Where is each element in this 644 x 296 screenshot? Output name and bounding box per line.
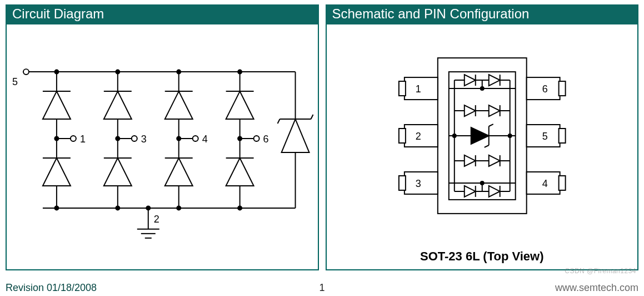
svg-marker-16 xyxy=(104,91,132,119)
pin-label-io-1: 1 xyxy=(80,134,86,145)
pin-label-ground: 2 xyxy=(154,214,159,225)
svg-point-58 xyxy=(146,206,150,210)
svg-point-48 xyxy=(238,70,242,74)
diode-ladder-1: 1 xyxy=(43,70,86,210)
svg-text:6: 6 xyxy=(542,83,547,95)
svg-rect-67 xyxy=(398,176,405,190)
svg-rect-61 xyxy=(398,81,405,96)
package-caption: SOT-23 6L (Top View) xyxy=(327,249,638,264)
svg-point-31 xyxy=(193,136,198,141)
svg-marker-40 xyxy=(226,91,254,119)
svg-marker-21 xyxy=(104,158,132,186)
footer-url: www.semtech.com xyxy=(555,282,638,294)
pin-config-title: Schematic and PIN Configuration xyxy=(326,4,639,24)
footer-page-number: 1 xyxy=(319,282,325,294)
circuit-diagram-title: Circuit Diagram xyxy=(6,4,319,24)
pin-label-5: 5 xyxy=(12,76,18,87)
svg-point-2 xyxy=(23,69,29,75)
svg-point-36 xyxy=(177,70,181,74)
svg-marker-45 xyxy=(226,158,254,186)
svg-rect-70 xyxy=(558,81,565,96)
pin-config-body: 1 2 3 6 xyxy=(326,24,639,270)
svg-point-43 xyxy=(254,136,259,141)
pin-label-io-4: 6 xyxy=(263,134,269,145)
svg-marker-33 xyxy=(165,158,193,186)
svg-point-13 xyxy=(54,206,58,210)
svg-marker-4 xyxy=(43,91,71,119)
svg-point-37 xyxy=(177,206,181,210)
package-pin-5: 5 xyxy=(526,125,565,147)
ground-symbol: 2 xyxy=(137,206,159,238)
svg-marker-28 xyxy=(165,91,193,119)
package-pin-4: 4 xyxy=(526,172,565,194)
pin-label-io-3: 4 xyxy=(202,134,208,145)
svg-point-14 xyxy=(54,137,58,141)
package-pin-2: 2 xyxy=(398,125,437,147)
diode-ladder-4: 6 xyxy=(226,70,269,210)
svg-text:1: 1 xyxy=(415,83,421,95)
svg-marker-9 xyxy=(43,158,71,186)
pin-config-panel: Schematic and PIN Configuration 1 2 xyxy=(326,4,639,270)
svg-point-38 xyxy=(177,137,181,141)
package-pin-1: 1 xyxy=(398,77,437,100)
svg-point-19 xyxy=(132,136,137,141)
tvs-zener-diode xyxy=(278,72,313,208)
circuit-diagram-body: 5 1 xyxy=(6,24,319,270)
diode-ladder-2: 3 xyxy=(104,70,147,210)
svg-point-24 xyxy=(116,70,119,74)
package-pin-3: 3 xyxy=(398,172,437,194)
watermark-text: CSDN @Fireman1234 xyxy=(565,267,636,275)
svg-text:5: 5 xyxy=(542,131,547,142)
svg-point-26 xyxy=(116,137,119,141)
svg-point-50 xyxy=(238,137,242,141)
svg-text:4: 4 xyxy=(542,178,547,189)
svg-point-49 xyxy=(238,206,242,210)
svg-point-25 xyxy=(116,206,119,210)
svg-marker-52 xyxy=(282,119,309,152)
circuit-diagram-svg: 5 1 xyxy=(7,24,318,269)
pin-config-svg: 1 2 3 6 xyxy=(327,24,638,247)
svg-point-7 xyxy=(71,136,76,141)
pin-label-io-2: 3 xyxy=(141,134,147,145)
svg-rect-73 xyxy=(558,129,565,143)
svg-rect-76 xyxy=(558,176,565,190)
circuit-diagram-panel: Circuit Diagram 5 xyxy=(6,4,319,270)
svg-text:2: 2 xyxy=(415,131,421,142)
svg-point-12 xyxy=(54,70,58,74)
footer-revision: Revision 01/18/2008 xyxy=(6,282,97,294)
package-pin-6: 6 xyxy=(526,77,565,100)
diode-ladder-3: 4 xyxy=(165,70,208,210)
svg-text:3: 3 xyxy=(415,178,421,189)
svg-rect-64 xyxy=(398,129,405,143)
page-footer: Revision 01/18/2008 1 www.semtech.com xyxy=(6,282,638,294)
